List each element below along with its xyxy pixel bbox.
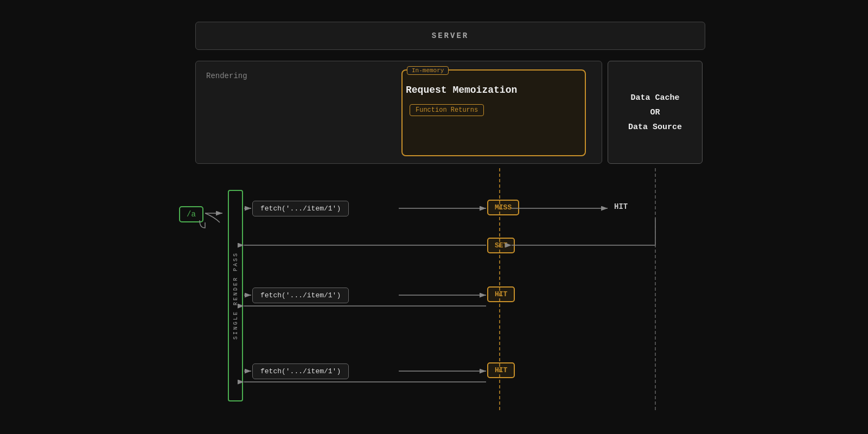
- fetch-box-2: fetch('.../item/1'): [252, 288, 349, 303]
- data-cache-line2: OR: [650, 105, 660, 120]
- data-cache-box: Data Cache OR Data Source: [608, 61, 703, 164]
- hit-badge-datacache: HIT: [608, 200, 634, 214]
- render-pass-bar: SINGLE RENDER PASS: [228, 190, 243, 401]
- data-cache-line3: Data Source: [628, 120, 682, 135]
- diagram-container: SERVER Rendering In-memory Request Memoi…: [163, 22, 705, 412]
- hit-badge-3: HIT: [487, 362, 515, 378]
- data-cache-line1: Data Cache: [630, 91, 679, 105]
- server-box: SERVER: [195, 22, 705, 50]
- memo-title: Request Memoization: [406, 85, 517, 95]
- fetch-box-1: fetch('.../item/1'): [252, 201, 349, 216]
- set-badge: SET: [487, 238, 515, 253]
- render-pass-label: SINGLE RENDER PASS: [233, 252, 239, 340]
- func-returns-tag: Function Returns: [410, 104, 484, 116]
- memo-tag: In-memory: [407, 66, 449, 75]
- fetch-box-3: fetch('.../item/1'): [252, 363, 349, 379]
- server-label: SERVER: [432, 31, 469, 40]
- miss-badge: MISS: [487, 200, 519, 215]
- hit-badge-2: HIT: [487, 286, 515, 302]
- rendering-label: Rendering: [206, 61, 247, 80]
- route-box: /a: [179, 206, 203, 222]
